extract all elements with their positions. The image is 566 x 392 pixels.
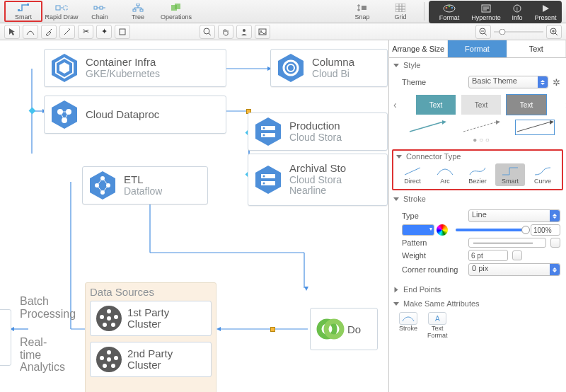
- node-archival[interactable]: Archival Sto Cloud Stora Nearline: [248, 154, 388, 206]
- theme-swatch[interactable]: Text: [507, 95, 546, 115]
- pointer-tool[interactable]: [4, 25, 20, 39]
- node-doubleclick[interactable]: Do: [310, 308, 378, 350]
- opacity-slider[interactable]: [456, 229, 526, 231]
- svg-rect-11: [362, 6, 366, 10]
- node-subtitle: Cloud Bi: [312, 69, 354, 79]
- cut-tool[interactable]: ✂: [78, 25, 93, 39]
- svg-point-15: [451, 6, 454, 8]
- stroke-type-select[interactable]: Line: [468, 209, 560, 222]
- pager-dots[interactable]: ● ○ ○: [402, 136, 560, 144]
- canvas[interactable]: Container Infra GKE/Kubernetes Columna C…: [0, 40, 389, 392]
- rapiddraw-icon: [55, 3, 68, 13]
- realtime-label: Real- time Analytics: [20, 336, 65, 374]
- operations-button[interactable]: Operations: [157, 1, 195, 22]
- theme-swatch[interactable]: Text: [461, 95, 501, 115]
- secondary-toolbar: ✂ ✦: [0, 23, 566, 40]
- connector-curve[interactable]: Curve: [528, 163, 558, 186]
- line-style-solid[interactable]: [408, 120, 446, 134]
- stroke-type-label: Type: [402, 212, 464, 220]
- wand2-tool[interactable]: ✦: [96, 25, 112, 39]
- node-dataproc[interactable]: Cloud Dataproc: [44, 96, 226, 134]
- tree-button[interactable]: Tree: [119, 1, 157, 22]
- stroke-color-select[interactable]: ▾: [402, 224, 434, 236]
- svg-point-14: [449, 5, 451, 7]
- svg-point-52: [263, 175, 265, 178]
- cluster-1[interactable]: 1st Party Cluster: [90, 301, 212, 336]
- style-section-header[interactable]: Style: [389, 58, 566, 72]
- tab-arrange[interactable]: Arrange & Size: [389, 40, 448, 57]
- zoom-out-button[interactable]: [475, 25, 491, 39]
- tree-icon: [132, 3, 144, 13]
- zoom-tool[interactable]: [200, 25, 215, 39]
- hypernote-button[interactable]: Hypernote: [468, 1, 504, 23]
- hand-tool[interactable]: [218, 25, 233, 39]
- svg-rect-7: [133, 9, 136, 11]
- connector-bezier[interactable]: Bezier: [463, 163, 492, 186]
- pattern-label: Pattern: [402, 238, 464, 247]
- tab-format[interactable]: Format: [448, 40, 507, 57]
- pattern-stepper[interactable]: [550, 238, 560, 248]
- info-button[interactable]: i Info: [504, 1, 531, 23]
- theme-swatch[interactable]: Text: [416, 95, 456, 115]
- snap-button[interactable]: Snap: [343, 1, 381, 22]
- line-style-thin[interactable]: [516, 120, 554, 134]
- makesame-text[interactable]: AText Format: [427, 312, 448, 339]
- smart-button[interactable]: Smart: [4, 1, 42, 22]
- person-tool[interactable]: [236, 25, 252, 39]
- corner-select[interactable]: 0 pix: [468, 263, 560, 276]
- node-container-infra[interactable]: Container Infra GKE/Kubernetes: [44, 49, 226, 87]
- dataflow-icon: [87, 170, 118, 201]
- theme-label: Theme: [402, 78, 464, 86]
- data-sources-container[interactable]: Data Sources 1st Party Cluster 2nd Party…: [85, 282, 216, 392]
- node-pubsub-partial[interactable]: d Sub: [0, 309, 11, 366]
- endpoints-section-header[interactable]: End Points: [389, 282, 566, 296]
- pattern-select[interactable]: [468, 238, 546, 248]
- node-columnar[interactable]: Columna Cloud Bi: [270, 49, 388, 87]
- rapiddraw-button[interactable]: Rapid Draw: [42, 1, 81, 22]
- chevron-left-icon[interactable]: ‹: [393, 99, 397, 110]
- zoom-in-button[interactable]: [546, 25, 562, 39]
- node-production[interactable]: Production Cloud Stora: [248, 113, 388, 151]
- format-icon: [443, 4, 456, 13]
- connector-arc[interactable]: Arc: [430, 163, 460, 186]
- line-style-dashed[interactable]: [462, 120, 500, 134]
- node-etl[interactable]: ETL Dataflow: [82, 166, 208, 204]
- colorwheel-icon[interactable]: [437, 224, 448, 236]
- gear-icon[interactable]: ✲: [553, 77, 560, 88]
- wand-tool[interactable]: [59, 25, 75, 39]
- zoom-slider[interactable]: [494, 29, 543, 35]
- format-button[interactable]: Format: [430, 1, 468, 23]
- info-label: Info: [512, 14, 522, 21]
- selection-way-point[interactable]: [270, 327, 275, 332]
- curve-tool[interactable]: [23, 25, 38, 39]
- node-title: Do: [347, 323, 361, 335]
- image-tool[interactable]: [255, 25, 270, 39]
- svg-rect-8: [140, 9, 143, 11]
- svg-point-47: [263, 127, 265, 129]
- svg-line-65: [517, 122, 551, 132]
- theme-select[interactable]: Basic Theme: [468, 76, 548, 88]
- chain-button[interactable]: Chain: [81, 1, 119, 22]
- stroke-section-header[interactable]: Stroke: [389, 192, 566, 206]
- eyedropper-tool[interactable]: [41, 25, 57, 39]
- operations-label: Operations: [161, 13, 192, 21]
- connector-direct[interactable]: Direct: [398, 163, 427, 186]
- present-button[interactable]: Present: [531, 1, 560, 23]
- svg-rect-23: [259, 29, 266, 35]
- svg-point-53: [263, 183, 265, 185]
- tab-text[interactable]: Text: [507, 40, 566, 57]
- crop-tool[interactable]: [115, 25, 130, 39]
- makesame-stroke[interactable]: Stroke: [399, 312, 417, 339]
- opacity-value[interactable]: 100%: [531, 224, 560, 236]
- hypernote-label: Hypernote: [471, 14, 501, 21]
- node-subtitle: GKE/Kubernetes: [86, 69, 160, 79]
- svg-marker-19: [543, 5, 549, 12]
- makesame-section-header[interactable]: Make Same Attributes: [389, 296, 566, 311]
- grid-button[interactable]: Grid: [381, 1, 420, 22]
- storage-icon: [253, 116, 284, 147]
- connector-smart[interactable]: Smart: [495, 163, 525, 186]
- weight-stepper[interactable]: [512, 250, 522, 260]
- weight-input[interactable]: 6 pt: [468, 250, 508, 261]
- cluster-2[interactable]: 2nd Party Cluster: [90, 342, 212, 377]
- cluster-icon: [96, 306, 122, 331]
